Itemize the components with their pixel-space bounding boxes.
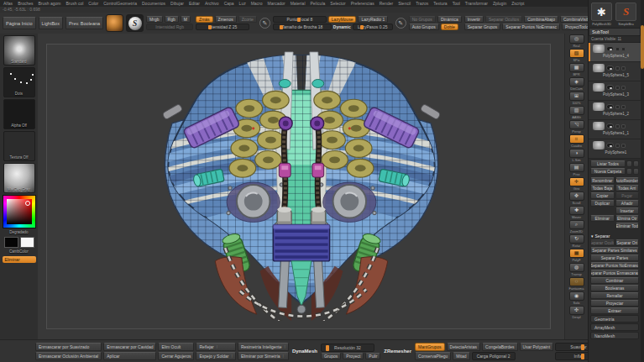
eye-visibility-icon[interactable]: [606, 85, 614, 90]
shelf-icon-button[interactable]: ◌ Fantasma: [567, 277, 587, 291]
delete-hidden-button[interactable]: Elim Ocult: [158, 343, 194, 351]
project-all-button[interactable]: ProyectTodo: [562, 24, 588, 30]
current-brush-thumbnail[interactable]: [106, 14, 123, 32]
down-mini-button[interactable]: [633, 160, 639, 167]
mrgb-button[interactable]: Mrgb: [146, 16, 162, 23]
menu-item[interactable]: Broches: [18, 1, 33, 6]
z-intensity-slider[interactable]: Intensidad Z 25: [196, 24, 249, 30]
texture-selector[interactable]: Textura Off: [3, 131, 35, 161]
menu-item[interactable]: Documentos: [142, 1, 165, 6]
sculpt-toggle-icon[interactable]: [621, 124, 626, 129]
lazystep-slider[interactable]: LazyPasos 0.25: [353, 24, 393, 30]
subtool-action-button[interactable]: Renombrar: [590, 177, 615, 184]
shelf-icon-button[interactable]: ⌗ Cuadro: [567, 134, 587, 148]
mask-ambient-occlusion-button[interactable]: Enmascarar Oclusión Ambiental: [35, 352, 102, 360]
mask-by-cavity-button[interactable]: Enmascarar por Cavidad: [103, 343, 156, 351]
split-hidden-button[interactable]: Separar Ocults: [590, 239, 615, 246]
split-action-button[interactable]: Separar Partes: [590, 254, 639, 261]
stroke-selector[interactable]: Dots: [3, 67, 35, 97]
menu-item[interactable]: Material: [291, 1, 306, 6]
lightbox-button[interactable]: LightBox: [39, 17, 63, 29]
polypaint-toggle-icon[interactable]: [615, 66, 620, 71]
lazyradius-slider[interactable]: LazyRadio 1: [358, 16, 388, 23]
dynamesh-group-label[interactable]: DynaMesh: [291, 349, 319, 354]
split-original-button[interactable]: Separar Ori: [615, 239, 640, 246]
shelf-icon-button[interactable]: ◉ Solo: [567, 291, 587, 305]
zcut-button[interactable]: Zcorte: [238, 16, 257, 23]
shelf-icon-button[interactable]: ◑ L.Sim: [567, 149, 587, 162]
subtool-action-button[interactable]: Duplicar: [590, 200, 615, 207]
gradient-label[interactable]: Degradado: [9, 230, 28, 235]
material-selector[interactable]: MatCap Gray: [3, 163, 35, 193]
shelf-icon-button[interactable]: ✥ Scroll: [567, 191, 587, 205]
alpha-selector[interactable]: Alpha Off: [3, 99, 35, 129]
subtool-action-button[interactable]: AutoReorden: [615, 177, 640, 184]
menu-item[interactable]: Zscript: [511, 1, 524, 6]
menu-item[interactable]: Selector: [330, 1, 345, 6]
use-polypaint-button[interactable]: Usar Polypaint: [520, 343, 554, 351]
shelf-icon-button[interactable]: ⌕ Zoom3D: [567, 220, 587, 233]
menu-item[interactable]: Trazos: [416, 1, 428, 6]
shelf-icon-button[interactable]: ▥ AAMit: [567, 106, 587, 119]
document-canvas[interactable]: [38, 34, 564, 339]
color-picker[interactable]: [3, 195, 36, 228]
split-action-button[interactable]: Remallar: [590, 292, 639, 299]
eye-visibility-icon[interactable]: [606, 46, 614, 51]
no-groups-button[interactable]: No Grupos: [409, 16, 436, 23]
eye-visibility-icon[interactable]: [606, 104, 614, 109]
menu-item[interactable]: Tool: [453, 1, 460, 6]
sculpt-toggle-icon[interactable]: [621, 105, 626, 109]
half-button[interactable]: Mitad: [453, 352, 469, 360]
folder-mini-button[interactable]: [626, 168, 632, 175]
subtool-action-button[interactable]: Todas Arri: [615, 185, 640, 191]
menu-item[interactable]: Archivo: [205, 1, 219, 6]
keep-groups-button[interactable]: MantGrupos: [415, 343, 445, 351]
groups-button[interactable]: Grupos: [321, 353, 341, 359]
shelf-icon-button[interactable]: ◎ Real: [567, 34, 587, 48]
shelf-icon-button[interactable]: ⊞ 100%: [567, 92, 587, 105]
subtool-action-button[interactable]: Añadir: [615, 200, 640, 207]
sculpt-toggle-icon[interactable]: [621, 86, 626, 90]
subtool-action-button[interactable]: Elimina Otr: [615, 215, 640, 222]
polypaint-toggle-icon[interactable]: [615, 47, 620, 51]
target-polygon-count-slider[interactable]: Carga Poligonal 2: [472, 352, 516, 360]
rgb-intensity-slider[interactable]: Intensidad Rgb: [146, 24, 193, 30]
shelf-icon-button[interactable]: ◍ Transp: [567, 263, 587, 276]
sculpt-toggle-icon[interactable]: [621, 144, 626, 148]
subtool-item[interactable]: PolySphere1_3: [589, 81, 641, 101]
subtool-item[interactable]: PolySphere1_1: [589, 120, 641, 139]
eye-visibility-icon[interactable]: [606, 143, 614, 148]
subtool-action-button[interactable]: Todas Baja: [590, 185, 615, 191]
double-sided-button[interactable]: Doble: [441, 24, 458, 30]
merge-down-button[interactable]: CombinaAbajo: [524, 16, 558, 23]
menu-item[interactable]: Alfas: [3, 1, 13, 6]
rgb-button[interactable]: Rgb: [165, 16, 179, 23]
subtool-item[interactable]: PolySphere1: [589, 139, 641, 159]
split-action-button[interactable]: Separar Partes Similares: [590, 247, 639, 254]
shelf-icon-button[interactable]: ✚ Mover: [567, 206, 587, 219]
menu-item[interactable]: Textura: [433, 1, 447, 6]
auto-groups-button[interactable]: Auto Grupos: [409, 24, 439, 30]
dynamic-subdiv-button[interactable]: Dinámica: [437, 16, 462, 23]
detect-edges-button[interactable]: DetectaAristas: [447, 343, 481, 351]
delete-by-symmetry-button[interactable]: Eliminar por Simetría: [238, 352, 289, 360]
folder-options-mini-button[interactable]: [633, 168, 639, 175]
zremesher-group-label[interactable]: ZRemesher: [382, 349, 413, 354]
home-page-button[interactable]: Página Inicio: [3, 17, 36, 29]
split-action-button[interactable]: Booleanas: [590, 285, 639, 291]
menu-item[interactable]: Color: [88, 1, 98, 6]
invert-button[interactable]: Invertir: [464, 16, 484, 23]
menu-item[interactable]: Luz: [239, 1, 246, 6]
sculpt-toggle-icon[interactable]: [621, 47, 626, 51]
shelf-icon-button[interactable]: ◈ DinCam: [567, 77, 587, 91]
menu-item[interactable]: Macro: [251, 1, 263, 6]
palette-section-header[interactable]: Geometría: [590, 315, 639, 323]
shelf-icon-button[interactable]: ↻ Rotar: [567, 234, 587, 248]
current-tool-thumbnail[interactable]: S: [126, 14, 144, 32]
subtool-section-header[interactable]: SubTool: [589, 28, 641, 36]
focal-shift-slider[interactable]: Punto Focal 8: [273, 16, 327, 23]
menu-item[interactable]: Transformar: [465, 1, 488, 6]
secondary-color-swatch[interactable]: [20, 237, 34, 248]
polypaint-toggle-icon[interactable]: [615, 86, 620, 90]
split-section-header[interactable]: ▾ Separar: [590, 233, 639, 239]
